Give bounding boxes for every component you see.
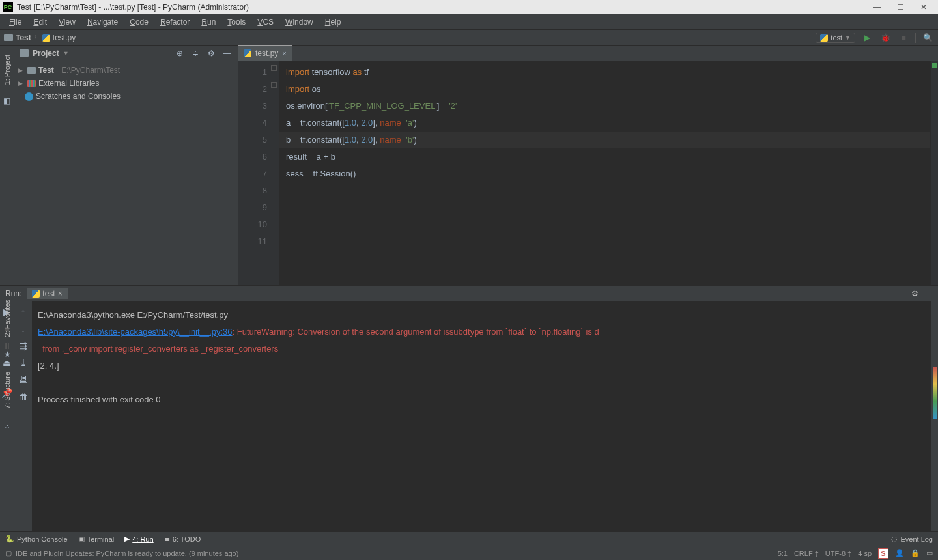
menu-help[interactable]: Help [320,16,347,28]
project-tool-tab[interactable]: 1: Project [3,52,11,87]
bottom-tool-tabs: 🐍 Python Console ▣ Terminal ▶ 4: Run ≣ 6… [0,531,938,546]
code-line[interactable]: import os [286,81,930,98]
inspection-icon[interactable]: 👤 [895,549,904,557]
editor-area: test.py × 1234567891011 − − import tenso… [238,46,938,285]
editor-tab-label: test.py [255,49,278,58]
project-sidebar-title: Project [33,49,59,58]
code-line[interactable]: result = a + b [286,148,930,165]
fold-marker-icon[interactable]: − [271,65,277,71]
tree-row-project[interactable]: ▶ Test E:\PyCharm\Test [14,64,238,77]
close-button[interactable]: ✕ [917,3,930,12]
settings-gear-icon[interactable]: ⚙ [911,289,918,298]
breadcrumb-root-label: Test [16,33,31,42]
code-line[interactable]: a = tf.constant([1.0, 2.0], name='a') [286,115,930,132]
scroll-to-end-button[interactable]: ⤓ [18,357,29,368]
menubar: FileEditViewNavigateCodeRefactorRunTools… [0,14,938,30]
tree-hint: E:\PyCharm\Test [61,66,120,75]
breadcrumb-root[interactable]: Test 〉 [4,33,40,42]
code-editor[interactable]: 1234567891011 − − import tensorflow as t… [238,61,938,285]
menu-code[interactable]: Code [124,16,154,28]
tool-windows-icon[interactable]: ▢ [5,549,12,557]
search-everywhere-button[interactable]: 🔍 [921,31,934,44]
debug-button[interactable]: 🐞 [879,31,892,44]
locate-file-button[interactable]: ⊕ [174,49,186,58]
print-button[interactable]: 🖶 [18,374,29,385]
memory-indicator[interactable]: ▭ [926,549,933,557]
run-config-selector[interactable]: test ▼ [816,33,855,43]
menu-view[interactable]: View [53,16,81,28]
indent-config[interactable]: 4 sp [858,550,872,557]
menu-window[interactable]: Window [280,16,319,28]
collapse-all-button[interactable]: ≑ [190,49,201,58]
tree-row-scratches[interactable]: Scratches and Consoles [14,90,238,103]
menu-refactor[interactable]: Refactor [155,16,195,28]
run-button[interactable]: ▶ [860,31,874,44]
structure-icon[interactable]: ⛬ [3,422,11,431]
error-stripe[interactable] [930,61,938,285]
clear-all-button[interactable]: 🗑 [18,391,29,402]
expand-arrow-icon[interactable]: ▶ [18,67,25,74]
close-tab-icon[interactable]: × [58,289,63,298]
settings-gear-icon[interactable]: ⚙ [205,49,217,58]
menu-file[interactable]: File [4,16,27,28]
caret-position[interactable]: 5:1 [778,550,788,557]
file-encoding[interactable]: UTF-8 [825,550,846,557]
todo-tab[interactable]: ≣ 6: TODO [164,535,201,543]
status-bar: ▢ IDE and Plugin Updates: PyCharm is rea… [0,546,938,560]
hide-panel-button[interactable]: — [221,49,233,58]
stop-button[interactable]: ■ [897,31,910,44]
window-title: Test [E:\PyCharm\Test] - ...\test.py [Te… [17,3,249,12]
hide-panel-button[interactable]: — [925,289,933,298]
event-log-tab[interactable]: ◌ Event Log [891,535,933,543]
code-line[interactable]: sess = tf.Session() [286,165,930,182]
code-line[interactable]: os.environ['TF_CPP_MIN_LOG_LEVEL'] = '2' [286,98,930,115]
output-color-indicator [933,367,937,419]
status-ok-icon [932,63,937,68]
chevron-down-icon[interactable]: ▼ [63,50,69,57]
python-file-icon [42,34,50,42]
run-panel-tab[interactable]: test × [27,288,67,299]
breadcrumb-file[interactable]: test.py [42,33,76,42]
structure-tool-tab[interactable]: 7: Structure [3,372,11,409]
menu-navigate[interactable]: Navigate [82,16,123,28]
menu-vcs[interactable]: VCS [252,16,279,28]
folder-icon [4,34,13,41]
fold-marker-icon[interactable]: − [271,82,277,88]
python-console-tab[interactable]: 🐍 Python Console [5,535,68,543]
tree-label: Scratches and Consoles [36,92,121,101]
bookmark-icon[interactable]: ◧ [3,96,10,105]
favorites-tool-tab[interactable]: 2: Favorites [3,300,11,337]
menu-run[interactable]: Run [196,16,221,28]
minimize-button[interactable]: — [870,3,883,12]
python-file-icon [32,290,40,298]
run-panel-tab-label: test [42,289,55,298]
project-tree[interactable]: ▶ Test E:\PyCharm\Test ▶ External Librar… [14,61,238,105]
fold-gutter[interactable]: − − [271,61,279,285]
editor-tab[interactable]: test.py × [238,45,292,61]
line-separator[interactable]: CRLF [794,550,813,557]
run-output[interactable]: E:\Anaconda3\python.exe E:/PyCharm/Test/… [33,301,930,531]
tree-row-external-libs[interactable]: ▶ External Libraries [14,77,238,90]
menu-edit[interactable]: Edit [28,16,52,28]
expand-arrow-icon[interactable]: ▶ [18,80,25,87]
run-secondary-toolbar: ↑ ↓ ⇶ ⤓ 🖶 🗑 [14,301,33,531]
chevron-right-icon: 〉 [34,33,40,42]
maximize-button[interactable]: ☐ [894,3,907,12]
terminal-tab[interactable]: ▣ Terminal [78,535,115,543]
breadcrumb-file-label: test.py [53,33,76,42]
folder-icon [20,49,29,57]
menu-tools[interactable]: Tools [222,16,251,28]
close-tab-icon[interactable]: × [282,49,286,57]
run-panel-title: Run: [5,289,21,298]
down-button[interactable]: ↓ [18,324,29,334]
run-tab[interactable]: ▶ 4: Run [124,535,153,543]
star-icon[interactable]: ★ [4,350,11,359]
ime-indicator-icon[interactable]: S [878,548,888,559]
up-button[interactable]: ↑ [18,307,29,317]
code-line[interactable]: import tensorflow as tf [286,64,930,81]
navigation-bar: Test 〉 test.py test ▼ ▶ 🐞 ■ 🔍 [0,30,938,46]
lock-icon[interactable]: 🔒 [911,549,920,557]
soft-wrap-button[interactable]: ⇶ [18,341,29,351]
scratch-icon [25,92,33,101]
file-link[interactable]: E:\Anaconda3\lib\site-packages\h5py\__in… [38,327,232,337]
